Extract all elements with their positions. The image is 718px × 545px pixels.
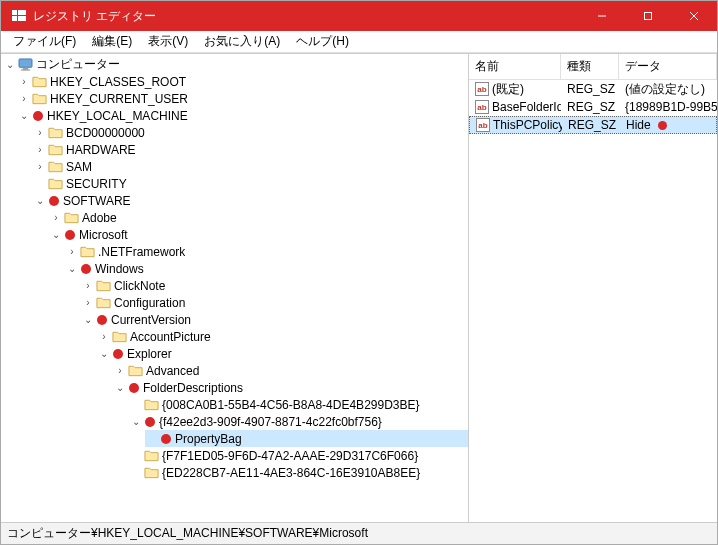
list-body[interactable]: ab(既定)REG_SZ(値の設定なし)abBaseFolderIdREG_SZ… [469,80,717,522]
tree-guid-3[interactable]: {F7F1ED05-9F6D-47A2-AAAE-29D317C6F066} [129,447,468,464]
tree-label: PropertyBag [175,432,242,446]
cell-name: abBaseFolderId [469,99,561,115]
chevron-down-icon[interactable]: ⌄ [113,382,127,393]
cell-name: abThisPCPolicy [470,117,562,133]
folder-icon [95,296,111,310]
maximize-button[interactable] [625,1,671,31]
chevron-right-icon[interactable]: › [33,161,47,172]
tree-panel[interactable]: ⌄ コンピューター › HKEY_CLASSES_ROOT › [1,54,469,522]
chevron-down-icon[interactable]: ⌄ [129,416,143,427]
chevron-down-icon[interactable]: ⌄ [33,195,47,206]
tree-propertybag[interactable]: PropertyBag [145,430,468,447]
col-header-name[interactable]: 名前 [469,54,561,79]
tree-label: AccountPicture [130,330,211,344]
tree-label: {008CA0B1-55B4-4C56-B8A8-4DE4B299D3BE} [162,398,420,412]
tree-label: コンピューター [36,56,120,73]
menu-edit[interactable]: 編集(E) [84,31,140,52]
chevron-down-icon[interactable]: ⌄ [65,263,79,274]
folder-icon [63,211,79,225]
chevron-down-icon[interactable]: ⌄ [17,110,31,121]
chevron-right-icon[interactable]: › [33,127,47,138]
registry-tree: ⌄ コンピューター › HKEY_CLASSES_ROOT › [1,56,468,481]
tree-label: FolderDescriptions [143,381,243,395]
tree-clicknote[interactable]: ›ClickNote [81,277,468,294]
svg-rect-5 [645,13,652,20]
app-icon [11,8,27,24]
tree-configuration[interactable]: ›Configuration [81,294,468,311]
folder-icon [47,143,63,157]
menu-view[interactable]: 表示(V) [140,31,196,52]
status-path: コンピューター¥HKEY_LOCAL_MACHINE¥SOFTWARE¥Micr… [7,525,368,542]
tree-currentversion[interactable]: ⌄ CurrentVersion [81,311,468,328]
chevron-right-icon[interactable]: › [81,297,95,308]
minimize-button[interactable] [579,1,625,31]
tree-hardware[interactable]: ›HARDWARE [33,141,468,158]
highlight-marker [145,417,155,427]
tree-sam[interactable]: ›SAM [33,158,468,175]
chevron-right-icon[interactable]: › [81,280,95,291]
highlight-marker [113,349,123,359]
highlight-marker [65,230,75,240]
tree-bcd[interactable]: ›BCD00000000 [33,124,468,141]
chevron-right-icon[interactable]: › [49,212,63,223]
folder-icon [111,330,127,344]
col-header-type[interactable]: 種類 [561,54,619,79]
chevron-down-icon[interactable]: ⌄ [49,229,63,240]
cell-type: REG_SZ [561,99,619,115]
tree-label: Microsoft [79,228,128,242]
tree-hkcr[interactable]: › HKEY_CLASSES_ROOT [17,73,468,90]
col-header-data[interactable]: データ [619,54,717,79]
tree-label: HKEY_CURRENT_USER [50,92,188,106]
svg-rect-8 [19,59,32,67]
tree-hkcu[interactable]: › HKEY_CURRENT_USER [17,90,468,107]
close-button[interactable] [671,1,717,31]
tree-advanced[interactable]: ›Advanced [113,362,468,379]
tree-accountpicture[interactable]: ›AccountPicture [97,328,468,345]
chevron-right-icon[interactable]: › [33,144,47,155]
tree-adobe[interactable]: ›Adobe [49,209,468,226]
tree-windows[interactable]: ⌄ Windows [65,260,468,277]
chevron-right-icon[interactable]: › [17,93,31,104]
tree-label: HARDWARE [66,143,136,157]
chevron-right-icon[interactable]: › [65,246,79,257]
window-title: レジストリ エディター [33,8,579,25]
svg-rect-2 [12,16,17,21]
titlebar: レジストリ エディター [1,1,717,31]
tree-explorer[interactable]: ⌄ Explorer [97,345,468,362]
tree-guid-4[interactable]: {ED228CB7-AE11-4AE3-864C-16E3910AB8EE} [129,464,468,481]
tree-label: Adobe [82,211,117,225]
tree-netframework[interactable]: ›.NETFramework [65,243,468,260]
tree-label: Advanced [146,364,199,378]
menu-file[interactable]: ファイル(F) [5,31,84,52]
menu-help[interactable]: ヘルプ(H) [288,31,357,52]
tree-guid-2[interactable]: ⌄ {f42ee2d3-909f-4907-8871-4c22fc0bf756} [129,413,468,430]
value-list-panel: 名前 種類 データ ab(既定)REG_SZ(値の設定なし)abBaseFold… [469,54,717,522]
folder-icon [47,126,63,140]
tree-microsoft[interactable]: ⌄ Microsoft [49,226,468,243]
tree-folderdescriptions[interactable]: ⌄ FolderDescriptions [113,379,468,396]
tree-label: {f42ee2d3-909f-4907-8871-4c22fc0bf756} [159,415,382,429]
chevron-right-icon[interactable]: › [97,331,111,342]
svg-rect-3 [18,16,26,21]
chevron-right-icon[interactable]: › [113,365,127,376]
list-row[interactable]: abBaseFolderIdREG_SZ{18989B1D-99B5-4 [469,98,717,116]
tree-software[interactable]: ⌄ SOFTWARE [33,192,468,209]
list-header: 名前 種類 データ [469,54,717,80]
list-row[interactable]: ab(既定)REG_SZ(値の設定なし) [469,80,717,98]
tree-security[interactable]: SECURITY [33,175,468,192]
tree-label: Explorer [127,347,172,361]
chevron-down-icon[interactable]: ⌄ [97,348,111,359]
tree-label: Configuration [114,296,185,310]
chevron-down-icon[interactable]: ⌄ [3,59,17,70]
svg-rect-9 [22,68,28,69]
list-row[interactable]: abThisPCPolicyREG_SZHide [469,116,717,134]
tree-hklm[interactable]: ⌄ HKEY_LOCAL_MACHINE [17,107,468,124]
folder-icon [31,92,47,106]
folder-icon [143,398,159,412]
menu-favorites[interactable]: お気に入り(A) [196,31,288,52]
chevron-down-icon[interactable]: ⌄ [81,314,95,325]
string-value-icon: ab [475,82,489,96]
tree-root-computer[interactable]: ⌄ コンピューター [1,56,468,73]
tree-guid-1[interactable]: {008CA0B1-55B4-4C56-B8A8-4DE4B299D3BE} [129,396,468,413]
chevron-right-icon[interactable]: › [17,76,31,87]
